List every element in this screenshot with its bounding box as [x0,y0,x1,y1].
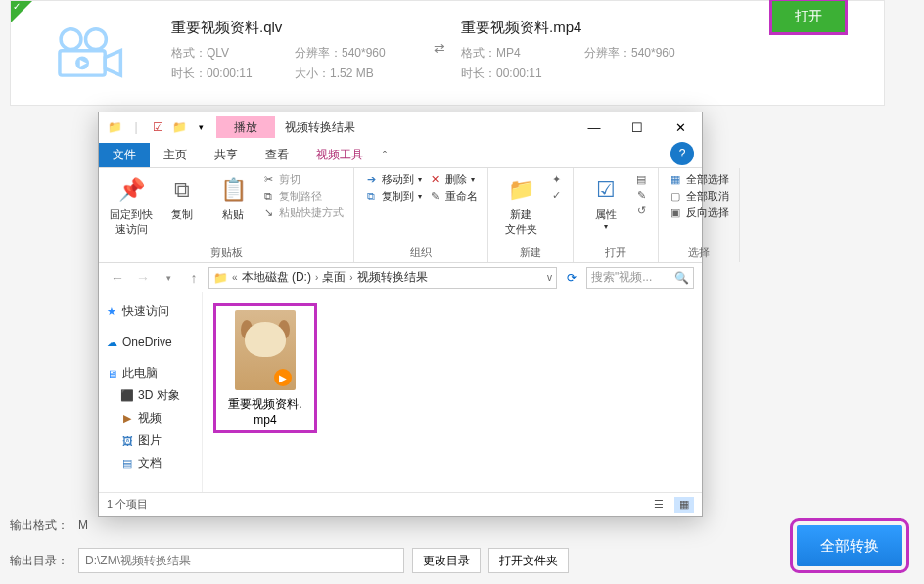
nav-quickaccess[interactable]: ★快速访问 [103,300,198,323]
maximize-button[interactable]: ☐ [616,112,659,142]
copy-button[interactable]: ⧉复制 [160,172,205,222]
nav-pictures[interactable]: 🖼图片 [103,429,198,452]
source-meta: 重要视频资料.qlv 格式：QLV 分辨率：540*960 时长：00:00:1… [167,1,422,82]
history-button: ↺ [634,203,648,217]
conversion-row: 重要视频资料.qlv 格式：QLV 分辨率：540*960 时长：00:00:1… [10,0,885,106]
ribbon-tabs: 文件 主页 共享 查看 视频工具 ˆ ? [99,142,702,167]
ribbon-collapse-icon[interactable]: ˆ [377,146,393,167]
tab-share[interactable]: 共享 [201,143,252,167]
shuffle-icon[interactable]: ⇄ [422,1,457,56]
svg-point-0 [61,29,81,50]
folder-icon: 📁 [213,271,228,285]
file-name: 重要视频资料. mp4 [220,396,310,427]
tab-home[interactable]: 主页 [150,143,201,167]
titlebar: 📁 | ☑ 📁 ▾ 播放 视频转换结果 — ☐ ✕ [99,112,702,142]
bottom-bar: 输出格式： M 输出目录： 更改目录 打开文件夹 [10,510,914,576]
change-dir-button[interactable]: 更改目录 [412,548,481,573]
dest-title: 重要视频资料.mp4 [461,19,702,37]
open-button[interactable]: 打开 [772,1,845,32]
pasteshortcut-button: ↘粘贴快捷方式 [261,205,344,220]
rename-button[interactable]: ✎重命名 [428,189,478,203]
easyaccess-button: ✓ [549,188,563,202]
open-folder-button[interactable]: 打开文件夹 [488,548,569,573]
tab-file[interactable]: 文件 [99,143,150,167]
help-icon[interactable]: ? [670,142,694,165]
convert-all-button[interactable]: 全部转换 [797,525,902,566]
copypath-button: ⧉复制路径 [261,189,344,203]
checkbox-icon[interactable]: ☑ [150,119,165,135]
explorer-window: 📁 | ☑ 📁 ▾ 播放 视频转换结果 — ☐ ✕ 文件 主页 共享 查看 视频… [98,112,703,517]
video-thumbnail: ▶ [235,310,296,390]
file-item[interactable]: ▶ 重要视频资料. mp4 [216,306,314,430]
recent-dropdown[interactable]: ▾ [158,267,179,289]
nav-documents[interactable]: ▤文档 [103,452,198,474]
svg-point-1 [86,29,107,50]
selectinv-button[interactable]: ▣反向选择 [669,205,729,220]
context-tab: 播放 [216,116,275,138]
forward-button[interactable]: → [132,267,154,289]
output-format-value[interactable]: M [78,518,88,532]
address-bar[interactable]: 📁 « 本地磁盘 (D:)› 桌面› 视频转换结果 v [208,267,557,289]
dest-meta: 重要视频资料.mp4 格式：MP4 分辨率：540*960 时长：00:00:1… [457,1,702,82]
minimize-button[interactable]: — [573,112,616,142]
newfolder-button[interactable]: 📁新建 文件夹 [498,172,543,237]
props-button[interactable]: ☑属性▾ [583,172,628,231]
selectnone-button[interactable]: ▢全部取消 [669,189,729,203]
nav-3dobjects[interactable]: ⬛3D 对象 [103,384,198,407]
search-input[interactable]: 搜索"视频...🔍 [586,267,694,289]
folder-icon: 📁 [107,119,122,135]
delete-button[interactable]: ✕删除▾ [428,172,478,187]
output-dir-label: 输出目录： [10,553,70,569]
output-format-label: 输出格式： [10,517,70,534]
folder-icon[interactable]: 📁 [171,119,187,135]
nav-onedrive[interactable]: ☁OneDrive [103,333,198,352]
address-row: ← → ▾ ↑ 📁 « 本地磁盘 (D:)› 桌面› 视频转换结果 v ⟳ 搜索… [99,263,702,292]
nav-pane: ★快速访问 ☁OneDrive 🖥此电脑 ⬛3D 对象 ▶视频 🖼图片 ▤文档 [99,292,203,492]
check-badge [11,1,32,22]
tab-video-tools[interactable]: 视频工具 [302,143,377,167]
qat-divider: | [128,119,144,135]
selectall-button[interactable]: ▦全部选择 [669,172,729,187]
ribbon: 📌固定到快 速访问 ⧉复制 📋粘贴 ✂剪切 ⧉复制路径 ↘粘贴快捷方式 剪贴板 … [99,167,702,263]
play-overlay-icon: ▶ [274,369,292,386]
newitem-button: ✦ [549,172,563,186]
openfile-button: ▤ [634,172,648,186]
nav-videos[interactable]: ▶视频 [103,407,198,429]
paste-button[interactable]: 📋粘贴 [210,172,255,222]
nav-thispc[interactable]: 🖥此电脑 [103,362,198,384]
source-title: 重要视频资料.qlv [171,19,422,37]
window-title: 视频转换结果 [285,119,355,136]
close-button[interactable]: ✕ [659,112,702,142]
source-thumb [11,1,167,105]
qat-caret-icon[interactable]: ▾ [193,119,208,135]
up-button[interactable]: ↑ [183,267,205,289]
moveto-button[interactable]: ➔移动到▾ [364,172,422,187]
edit-button: ✎ [634,188,648,202]
pin-button[interactable]: 📌固定到快 速访问 [109,172,154,237]
refresh-button[interactable]: ⟳ [561,271,582,285]
tab-view[interactable]: 查看 [252,143,302,167]
output-dir-input[interactable] [78,548,404,573]
copyto-button[interactable]: ⧉复制到▾ [364,189,422,203]
file-list[interactable]: ▶ 重要视频资料. mp4 [203,292,702,492]
film-camera-icon [53,25,125,80]
back-button[interactable]: ← [107,267,128,289]
cut-button: ✂剪切 [261,172,344,187]
